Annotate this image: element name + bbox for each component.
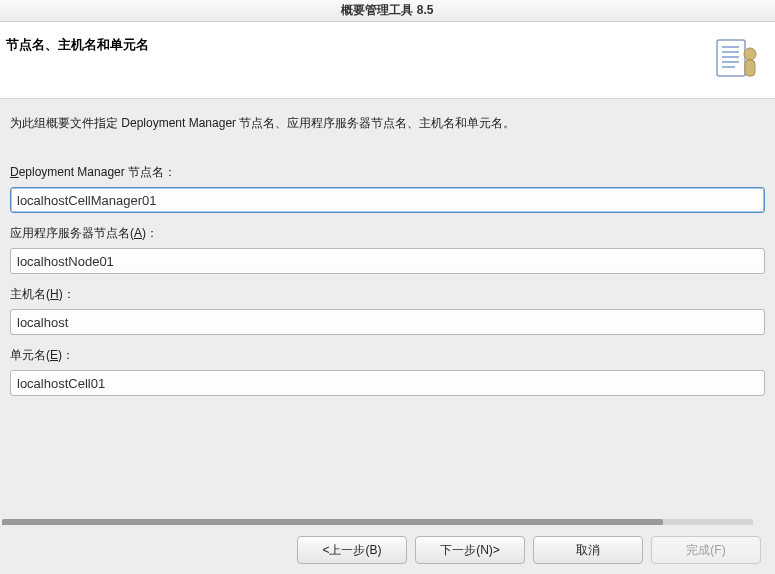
footer-buttons: <上一步(B) 下一步(N)> 取消 完成(F) [0,525,775,574]
title-bar: 概要管理工具 8.5 [0,0,775,22]
svg-rect-0 [717,40,745,76]
cell-label: 单元名(E)： [10,347,765,364]
form-group-app-node: 应用程序服务器节点名(A)： [10,225,765,274]
cancel-button[interactable]: 取消 [533,536,643,564]
svg-point-6 [744,48,756,60]
wizard-icon [715,36,761,84]
host-label: 主机名(H)： [10,286,765,303]
description-text: 为此组概要文件指定 Deployment Manager 节点名、应用程序服务器… [10,115,765,132]
dmgr-node-input[interactable] [10,187,765,213]
finish-button: 完成(F) [651,536,761,564]
window-title: 概要管理工具 8.5 [341,2,433,19]
form-group-host: 主机名(H)： [10,286,765,335]
form-group-cell: 单元名(E)： [10,347,765,396]
content-area: 为此组概要文件指定 Deployment Manager 节点名、应用程序服务器… [0,99,775,529]
header-panel: 节点名、主机名和单元名 [0,22,775,99]
form-group-dmgr-node: Deployment Manager 节点名： [10,164,765,213]
svg-rect-7 [745,60,755,76]
app-node-input[interactable] [10,248,765,274]
next-button[interactable]: 下一步(N)> [415,536,525,564]
dmgr-node-label: Deployment Manager 节点名： [10,164,765,181]
page-title: 节点名、主机名和单元名 [6,36,149,54]
back-button[interactable]: <上一步(B) [297,536,407,564]
host-input[interactable] [10,309,765,335]
app-node-label: 应用程序服务器节点名(A)： [10,225,765,242]
cell-input[interactable] [10,370,765,396]
